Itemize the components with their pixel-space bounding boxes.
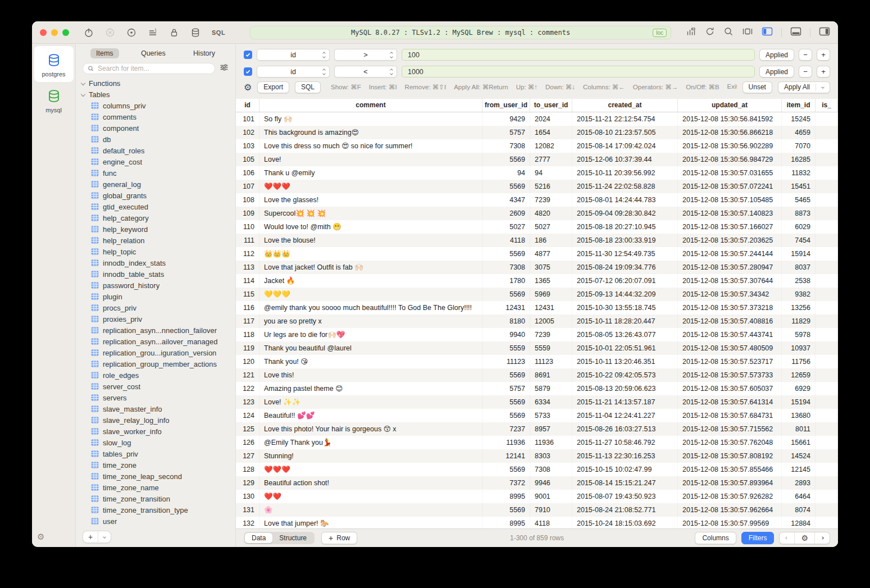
cell-id[interactable]: 115 [236, 288, 259, 301]
cell-item_id[interactable]: 11829 [782, 314, 816, 328]
cell-created_at[interactable]: 2015-11-13 22:30:16.253 [572, 449, 678, 463]
cell-is_[interactable] [816, 301, 838, 314]
cell-is_[interactable] [816, 220, 838, 234]
cell-is_[interactable] [816, 247, 838, 261]
cell-created_at[interactable]: 2015-10-22 09:42:05.573 [572, 368, 678, 382]
column-header-comment[interactable]: comment [259, 99, 482, 112]
cell-item_id[interactable]: 15194 [782, 395, 816, 409]
cell-is_[interactable] [816, 328, 838, 341]
cell-created_at[interactable]: 2015-10-11 20:39:56.992 [572, 166, 678, 180]
cell-to_user_id[interactable]: 5027 [530, 220, 572, 234]
rail-settings-gear-icon[interactable]: ⚙ [37, 532, 44, 542]
cell-to_user_id[interactable]: 11936 [530, 436, 572, 449]
table-item[interactable]: gtid_executed [76, 201, 235, 212]
cell-updated_at[interactable]: 2015-12-08 15:30:56.841592 [678, 112, 782, 126]
cell-created_at[interactable]: 2015-08-05 13:26:43.077 [572, 328, 678, 341]
cell-updated_at[interactable]: 2015-12-08 15:30:57.715562 [678, 422, 782, 436]
table-item[interactable]: replication_group_member_actions [76, 358, 235, 370]
cell-from_user_id[interactable]: 8995 [482, 517, 530, 528]
settings-gear-icon[interactable]: ⚙ [244, 82, 252, 93]
filter-remove-button[interactable]: − [799, 66, 812, 78]
cell-updated_at[interactable]: 2015-12-08 15:30:57.762048 [678, 436, 782, 449]
add-item-chevron-button[interactable] [98, 531, 111, 543]
apply-all-button[interactable]: Apply All [778, 81, 830, 93]
cell-created_at[interactable]: 2015-11-24 22:02:58.828 [572, 180, 678, 193]
cell-is_[interactable] [816, 234, 838, 247]
prev-page-button[interactable] [780, 532, 794, 544]
cell-is_[interactable] [816, 288, 838, 301]
cell-item_id[interactable]: 5465 [782, 193, 816, 207]
cell-is_[interactable] [816, 422, 838, 436]
table-item[interactable]: time_zone [76, 459, 235, 471]
tab-data[interactable]: Data [245, 533, 272, 543]
table-item[interactable]: time_zone_name [76, 482, 235, 493]
cell-is_[interactable] [816, 180, 838, 193]
cell-comment[interactable]: 💛💛💛 [259, 288, 482, 301]
table-row[interactable]: 131🌸556979102015-08-24 21:08:52.7712015-… [236, 503, 838, 517]
cell-is_[interactable] [816, 207, 838, 220]
cell-updated_at[interactable]: 2015-12-08 15:30:57.408816 [678, 314, 782, 328]
cell-comment[interactable]: Thank you beautiful @laurel [259, 341, 482, 355]
table-row[interactable]: 130❤️❤️899590012015-08-07 19:43:50.92320… [236, 490, 838, 503]
cell-from_user_id[interactable]: 5569 [482, 503, 530, 517]
cell-item_id[interactable]: 6464 [782, 490, 816, 503]
table-row[interactable]: 125Love this photo! Your hair is gorgeou… [236, 422, 838, 436]
cell-from_user_id[interactable]: 1780 [482, 274, 530, 288]
table-row[interactable]: 124Beautiful!! 💕💕556957332015-11-04 12:2… [236, 409, 838, 422]
table-row[interactable]: 118Ur legs are to die for🙌🏻💖994072392015… [236, 328, 838, 341]
table-row[interactable]: 114Jacket 🔥178013652015-07-12 06:20:07.0… [236, 274, 838, 288]
cell-comment[interactable]: you are so pretty x [259, 314, 482, 328]
cell-is_[interactable] [816, 274, 838, 288]
cell-item_id[interactable]: 11832 [782, 166, 816, 180]
cell-from_user_id[interactable]: 5569 [482, 288, 530, 301]
cell-comment[interactable]: Supercool💥 💥 💥 [259, 207, 482, 220]
cell-to_user_id[interactable]: 8957 [530, 422, 572, 436]
item-search-box[interactable] [83, 63, 215, 74]
cell-updated_at[interactable]: 2015-12-08 15:30:57.684731 [678, 409, 782, 422]
table-item[interactable]: slave_relay_log_info [76, 414, 235, 426]
table-row[interactable]: 128❤️❤️❤️556973082015-10-15 10:02:47.992… [236, 463, 838, 476]
cell-item_id[interactable]: 15451 [782, 180, 816, 193]
table-item[interactable]: time_zone_transition_type [76, 504, 235, 516]
cell-item_id[interactable]: 2893 [782, 476, 816, 490]
filter-operator-select[interactable]: < [334, 66, 397, 78]
table-item[interactable]: comments [76, 111, 235, 122]
table-item[interactable]: slave_master_info [76, 403, 235, 414]
cell-to_user_id[interactable]: 4820 [530, 207, 572, 220]
table-row[interactable]: 106Thank u @emily94942015-10-11 20:39:56… [236, 166, 838, 180]
cell-created_at[interactable]: 2015-10-15 10:02:47.99 [572, 463, 678, 476]
table-row[interactable]: 129Beautiful action shot!737299462015-08… [236, 476, 838, 490]
cell-id[interactable]: 103 [236, 139, 259, 153]
cell-comment[interactable]: 👑👑👑 [259, 247, 482, 261]
table-item[interactable]: columns_priv [76, 100, 235, 111]
cell-updated_at[interactable]: 2015-12-08 15:30:57.140823 [678, 207, 782, 220]
cell-item_id[interactable]: 8074 [782, 503, 816, 517]
cell-updated_at[interactable]: 2015-12-08 15:30:57.893964 [678, 476, 782, 490]
cell-comment[interactable]: @Emily Thank you💃 [259, 436, 482, 449]
cell-created_at[interactable]: 2015-08-24 21:08:52.771 [572, 503, 678, 517]
cell-is_[interactable] [816, 517, 838, 528]
cell-id[interactable]: 125 [236, 422, 259, 436]
cell-updated_at[interactable]: 2015-12-08 15:30:57.573733 [678, 368, 782, 382]
cell-from_user_id[interactable]: 94 [482, 166, 530, 180]
tree-section-tables[interactable]: Tables [76, 89, 235, 100]
cell-item_id[interactable]: 15914 [782, 247, 816, 261]
cell-to_user_id[interactable]: 5969 [530, 288, 572, 301]
cell-updated_at[interactable]: 2015-12-08 15:30:57.307644 [678, 274, 782, 288]
filter-add-button[interactable]: + [817, 49, 830, 61]
cell-to_user_id[interactable]: 1654 [530, 126, 572, 139]
cell-is_[interactable] [816, 153, 838, 166]
table-item[interactable]: role_edges [76, 370, 235, 381]
cell-to_user_id[interactable]: 7910 [530, 503, 572, 517]
cell-from_user_id[interactable]: 5569 [482, 180, 530, 193]
column-header-to_user_id[interactable]: to_user_id [530, 99, 572, 112]
cell-to_user_id[interactable]: 7239 [530, 328, 572, 341]
cell-item_id[interactable]: 10937 [782, 341, 816, 355]
cell-to_user_id[interactable]: 7308 [530, 463, 572, 476]
table-row[interactable]: 105Love!556927772015-12-06 10:37:39.4420… [236, 153, 838, 166]
cell-from_user_id[interactable]: 5569 [482, 368, 530, 382]
table-item[interactable]: help_keyword [76, 224, 235, 235]
cell-is_[interactable] [816, 166, 838, 180]
cell-from_user_id[interactable]: 4118 [482, 234, 530, 247]
cell-created_at[interactable]: 2015-08-10 21:23:57.505 [572, 126, 678, 139]
